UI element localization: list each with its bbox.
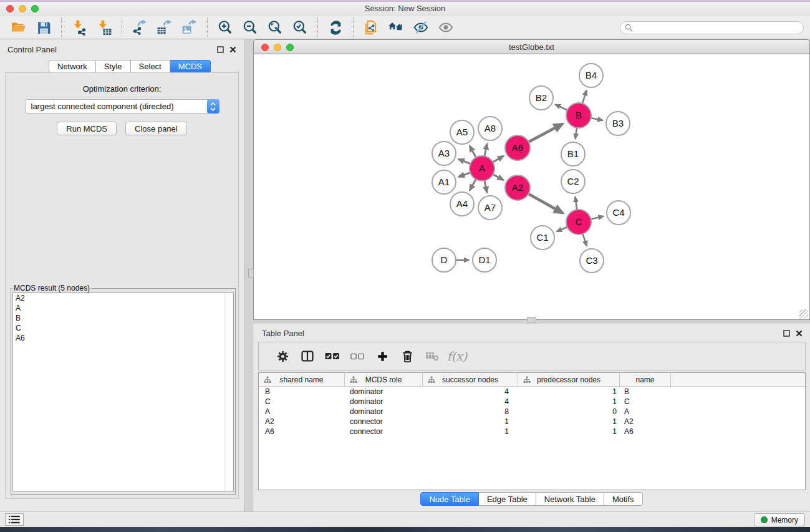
tab-node-table[interactable]: Node Table: [420, 492, 479, 506]
table-cell[interactable]: A6: [620, 427, 671, 437]
zoom-out-button[interactable]: [238, 17, 263, 37]
table-cell[interactable]: C: [259, 397, 345, 407]
open-session-button[interactable]: [6, 17, 31, 37]
run-mcds-button[interactable]: Run MCDS: [57, 122, 117, 135]
task-history-button[interactable]: [5, 513, 24, 526]
graph-node-A8[interactable]: A8: [478, 117, 502, 140]
float-panel-icon[interactable]: [217, 46, 224, 53]
close-window-button[interactable]: [261, 44, 269, 51]
table-cell[interactable]: 1: [518, 427, 620, 437]
table-row[interactable]: A6connector11A6: [259, 427, 805, 437]
table-cell[interactable]: dominator: [345, 397, 423, 407]
export-network-button[interactable]: [127, 17, 152, 37]
graph-node-C1[interactable]: C1: [531, 226, 554, 249]
graph-node-D[interactable]: D: [432, 248, 456, 272]
mcds-result-item[interactable]: A6: [13, 333, 233, 343]
table-cell[interactable]: 1: [518, 387, 620, 397]
minimize-window-button[interactable]: [274, 44, 281, 51]
table-row[interactable]: Bdominator41B: [259, 387, 805, 397]
graph-node-B1[interactable]: B1: [561, 142, 585, 166]
mcds-result-item[interactable]: B: [13, 313, 233, 323]
graph-node-C2[interactable]: C2: [561, 170, 585, 193]
table-cell[interactable]: B: [620, 387, 671, 397]
float-panel-icon[interactable]: [783, 330, 790, 337]
search-input[interactable]: [620, 21, 804, 34]
graph-node-B[interactable]: B: [566, 103, 591, 128]
table-cell[interactable]: 1: [423, 417, 518, 427]
network-canvas[interactable]: AA1A2A3A4A5A6A7A8BB1B2B3B4CC1C2C3C4DD1: [253, 54, 810, 320]
graph-node-C4[interactable]: C4: [607, 201, 630, 225]
tab-network[interactable]: Network: [49, 60, 96, 73]
table-cell[interactable]: 0: [518, 407, 620, 417]
table-cell[interactable]: dominator: [345, 407, 423, 417]
table-settings-button[interactable]: [270, 345, 295, 367]
mcds-result-item[interactable]: C: [13, 323, 233, 333]
table-cell[interactable]: connector: [345, 427, 423, 437]
graph-node-A5[interactable]: A5: [450, 120, 474, 144]
function-builder-button[interactable]: f(x): [445, 345, 470, 367]
close-panel-button[interactable]: Close panel: [125, 122, 187, 135]
table-cell[interactable]: 4: [423, 387, 518, 397]
select-all-rows-button[interactable]: [320, 345, 345, 367]
new-network-from-selection-button[interactable]: [359, 17, 383, 37]
table-cell[interactable]: A2: [620, 417, 671, 427]
graph-node-B3[interactable]: B3: [606, 112, 630, 135]
refresh-button[interactable]: [323, 17, 348, 37]
import-network-button[interactable]: [67, 17, 92, 37]
minimize-window-button[interactable]: [19, 5, 26, 12]
scrollbar-track[interactable]: [224, 293, 233, 491]
table-cell[interactable]: A: [259, 407, 345, 417]
close-panel-icon[interactable]: [229, 46, 236, 53]
graph-node-A7[interactable]: A7: [478, 196, 502, 220]
first-neighbors-button[interactable]: [383, 17, 408, 37]
graph-node-C3[interactable]: C3: [580, 249, 604, 273]
graph-node-C[interactable]: C: [566, 210, 591, 235]
close-window-button[interactable]: [6, 5, 14, 12]
graph-node-A[interactable]: A: [470, 156, 494, 181]
column-header-name[interactable]: name: [620, 373, 671, 386]
table-cell[interactable]: 4: [423, 397, 518, 407]
graph-node-A4[interactable]: A4: [450, 192, 474, 216]
tab-motifs[interactable]: Motifs: [604, 492, 643, 506]
table-cell[interactable]: 1: [518, 417, 620, 427]
table-cell[interactable]: A2: [259, 417, 345, 427]
table-cell[interactable]: 8: [423, 407, 518, 417]
window-resize-grip[interactable]: [799, 309, 808, 318]
import-table-button[interactable]: [92, 17, 117, 37]
graph-node-A3[interactable]: A3: [432, 142, 456, 165]
save-session-button[interactable]: [31, 17, 56, 37]
graph-node-A2[interactable]: A2: [505, 175, 530, 200]
column-header-successor-nodes[interactable]: successor nodes: [423, 373, 518, 386]
network-window-titlebar[interactable]: testGlobe.txt: [253, 39, 810, 54]
column-header-shared-name[interactable]: shared name: [259, 373, 345, 386]
delete-table-button[interactable]: [420, 345, 445, 367]
graph-node-A1[interactable]: A1: [432, 170, 456, 194]
tab-edge-table[interactable]: Edge Table: [479, 492, 536, 506]
graph-node-B4[interactable]: B4: [579, 64, 603, 87]
graph-node-B2[interactable]: B2: [529, 86, 553, 110]
graph-node-D1[interactable]: D1: [473, 248, 496, 272]
network-graph[interactable]: AA1A2A3A4A5A6A7A8BB1B2B3B4CC1C2C3C4DD1: [254, 54, 809, 319]
zoom-fit-button[interactable]: [263, 17, 287, 37]
deselect-all-rows-button[interactable]: [345, 345, 370, 367]
add-column-button[interactable]: [370, 345, 395, 367]
node-table[interactable]: shared nameMCDS rolesuccessor nodesprede…: [258, 372, 806, 490]
tab-mcds[interactable]: MCDS: [170, 60, 211, 73]
splitter-handle-vertical[interactable]: [248, 269, 254, 278]
table-cell[interactable]: B: [259, 387, 345, 397]
tab-network-table[interactable]: Network Table: [536, 492, 604, 506]
table-cell[interactable]: 1: [518, 397, 620, 407]
show-all-button[interactable]: [433, 17, 458, 37]
tab-style[interactable]: Style: [96, 60, 131, 73]
table-cell[interactable]: C: [620, 397, 671, 407]
mcds-result-list[interactable]: A2ABCA6: [12, 293, 234, 491]
zoom-selected-button[interactable]: [287, 17, 312, 37]
export-table-button[interactable]: [152, 17, 177, 37]
table-row[interactable]: Cdominator41C: [259, 397, 805, 407]
column-header-mcds-role[interactable]: MCDS role: [345, 373, 423, 386]
table-cell[interactable]: 1: [423, 427, 518, 437]
close-panel-icon[interactable]: [796, 330, 803, 337]
mcds-result-item[interactable]: A: [13, 303, 233, 313]
graph-node-A6[interactable]: A6: [505, 135, 530, 160]
splitter-handle-horizontal[interactable]: [527, 317, 536, 322]
